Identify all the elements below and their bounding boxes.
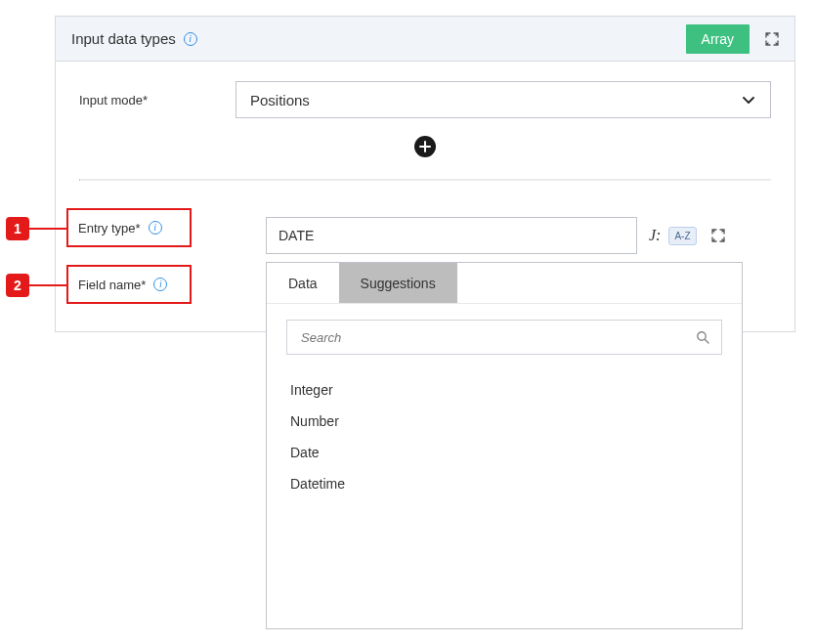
type-dropdown: Data Suggestions Integer Number Date Dat… bbox=[266, 262, 743, 629]
callout-badge-1: 1 bbox=[6, 217, 29, 240]
search-box bbox=[286, 320, 722, 355]
entry-type-row: J: A-Z bbox=[266, 217, 732, 254]
option-datetime[interactable]: Datetime bbox=[290, 468, 718, 499]
dropdown-tabs: Data Suggestions bbox=[267, 263, 742, 304]
az-badge[interactable]: A-Z bbox=[668, 227, 696, 245]
add-button[interactable] bbox=[414, 136, 436, 157]
search-wrap bbox=[267, 304, 742, 363]
add-row bbox=[79, 118, 771, 179]
chevron-down-icon bbox=[741, 92, 756, 107]
option-list: Integer Number Date Datetime bbox=[267, 363, 742, 511]
panel-header: Input data types i Array bbox=[56, 17, 794, 62]
option-number[interactable]: Number bbox=[290, 406, 718, 437]
entry-type-label: Entry type* bbox=[78, 221, 141, 236]
input-mode-select[interactable]: Positions bbox=[236, 81, 771, 118]
option-date[interactable]: Date bbox=[290, 437, 718, 468]
field-name-label-box: Field name* i bbox=[66, 265, 192, 304]
callout-line bbox=[29, 228, 66, 230]
search-input[interactable] bbox=[299, 329, 696, 346]
callout-line bbox=[29, 284, 66, 286]
callout-2: 2 bbox=[6, 274, 66, 297]
search-icon[interactable] bbox=[696, 330, 709, 344]
expand-icon[interactable] bbox=[757, 24, 787, 54]
panel-title: Input data types bbox=[71, 30, 176, 47]
callout-badge-2: 2 bbox=[6, 274, 29, 297]
j-label: J: bbox=[649, 227, 661, 244]
info-icon[interactable]: i bbox=[153, 278, 167, 291]
callout-1: 1 bbox=[6, 217, 66, 240]
input-mode-value: Positions bbox=[250, 92, 310, 108]
tab-data[interactable]: Data bbox=[267, 263, 339, 303]
info-icon[interactable]: i bbox=[149, 221, 162, 235]
input-mode-label: Input mode* bbox=[79, 93, 236, 107]
entry-type-input[interactable] bbox=[266, 217, 637, 254]
option-integer[interactable]: Integer bbox=[290, 374, 718, 406]
input-mode-row: Input mode* Positions bbox=[79, 81, 771, 118]
field-name-label: Field name* bbox=[78, 278, 146, 292]
expand-icon[interactable] bbox=[705, 222, 732, 249]
info-icon[interactable]: i bbox=[184, 32, 197, 46]
tab-suggestions[interactable]: Suggestions bbox=[339, 263, 457, 303]
array-button[interactable]: Array bbox=[686, 24, 750, 54]
entry-type-label-box: Entry type* i bbox=[66, 208, 192, 247]
